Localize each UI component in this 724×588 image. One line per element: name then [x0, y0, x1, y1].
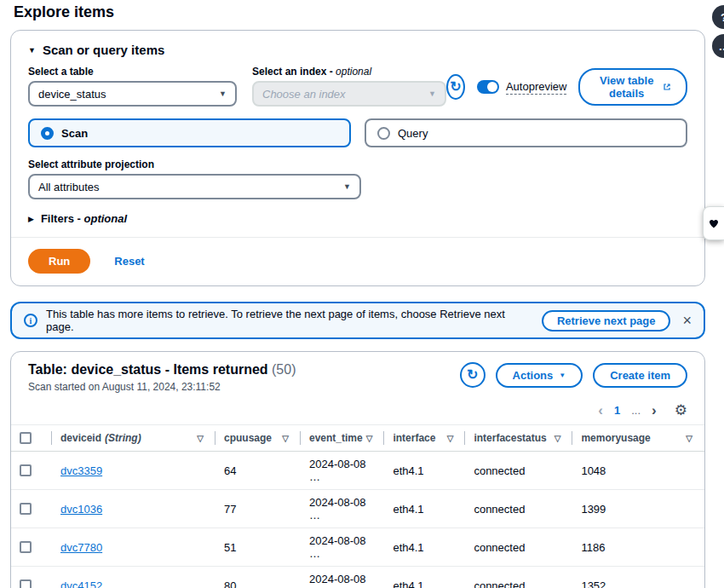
row-checkbox[interactable] — [20, 464, 32, 476]
refresh-results-button[interactable]: ↻ — [460, 362, 486, 388]
optional-text: optional — [336, 66, 371, 78]
banner-message: This table has more items to retrieve. T… — [46, 308, 533, 333]
side-panel-icon — [707, 217, 721, 230]
scan-query-panel-header[interactable]: ▼ Scan or query items — [28, 43, 687, 57]
table-select[interactable]: device_status ▼ — [28, 81, 237, 107]
column-header-deviceid[interactable]: deviceid(String)▽ — [52, 425, 215, 452]
table-select-value: device_status — [38, 88, 106, 101]
scan-option[interactable]: Scan — [28, 118, 351, 147]
autopreview-control: Autopreview — [477, 80, 567, 95]
column-header-cpuusage[interactable]: cpuusage▽ — [215, 425, 301, 452]
index-select-field: Select an index - optional Choose an ind… — [252, 66, 446, 107]
assistant-button[interactable]: … — [712, 34, 724, 58]
actions-button[interactable]: Actions ▼ — [496, 363, 583, 388]
previous-page-button[interactable]: ‹ — [598, 403, 603, 418]
external-link-icon — [664, 82, 670, 92]
row-checkbox[interactable] — [20, 503, 32, 515]
next-page-button[interactable]: › — [652, 403, 657, 418]
cell-cpuusage: 51 — [215, 528, 301, 567]
side-panel-toggle[interactable] — [703, 206, 724, 240]
toggle-knob — [487, 82, 497, 92]
view-table-details-button[interactable]: View table details — [578, 68, 687, 106]
query-option[interactable]: Query — [365, 118, 687, 147]
items-count: (50) — [272, 362, 296, 377]
index-select-label: Select an index - optional — [252, 66, 446, 78]
table-select-field: Select a table device_status ▼ — [28, 66, 237, 107]
cell-cpuusage: 77 — [215, 490, 301, 528]
refresh-button[interactable]: ↻ — [446, 74, 465, 100]
sort-icon[interactable]: ▽ — [447, 434, 457, 443]
panel-controls: ↻ Autopreview View table details — [446, 68, 687, 107]
run-button[interactable]: Run — [28, 249, 90, 274]
sort-icon[interactable]: ▽ — [554, 434, 565, 443]
cell-interface: eth4.1 — [384, 528, 465, 567]
table-row: dvc1036 77 2024-08-08 … eth4.1 connected… — [11, 490, 704, 528]
select-all-checkbox[interactable] — [20, 432, 32, 444]
run-row: Run Reset — [28, 238, 687, 274]
pagination: ‹ 1 ... › ⚙ — [11, 393, 704, 424]
filters-expander[interactable]: ▶ Filters - optional — [28, 212, 687, 225]
column-header-event-time[interactable]: event_time▽ — [301, 425, 384, 452]
results-panel: Table: device_status - Items returned (5… — [10, 351, 705, 588]
cell-interfacestatus: connected — [465, 490, 572, 528]
reset-button[interactable]: Reset — [114, 255, 144, 268]
item-link[interactable]: dvc1036 — [60, 503, 102, 516]
cell-interface: eth4.1 — [384, 452, 465, 490]
table-row: dvc7780 51 2024-08-08 … eth4.1 connected… — [11, 528, 704, 567]
collapse-icon: ▼ — [28, 46, 36, 55]
attribute-projection-select[interactable]: All attributes ▼ — [28, 174, 361, 199]
page-number[interactable]: 1 — [614, 404, 620, 417]
gear-icon[interactable]: ⚙ — [675, 403, 687, 418]
cell-interface: eth4.1 — [384, 567, 465, 588]
results-title-block: Table: device_status - Items returned (5… — [28, 362, 296, 393]
create-item-button[interactable]: Create item — [593, 363, 687, 388]
sort-icon[interactable]: ▽ — [197, 434, 207, 443]
column-header-interface[interactable]: interface▽ — [384, 425, 465, 452]
chevron-down-icon: ▼ — [428, 89, 436, 98]
explore-items-page: Explore items ? … ▼ Scan or query items … — [0, 3, 724, 588]
item-link[interactable]: dvc3359 — [60, 464, 102, 477]
radio-selected-icon — [41, 127, 54, 140]
page-ellipsis: ... — [631, 404, 641, 417]
close-icon[interactable]: × — [682, 313, 692, 328]
info-icon: i — [24, 314, 37, 327]
cell-memoryusage: 1048 — [572, 452, 704, 490]
column-header-interfacestatus[interactable]: interfacestatus▽ — [465, 425, 572, 452]
table-row: dvc4152 80 2024-08-08 … eth4.1 connected… — [11, 567, 704, 588]
table-select-label: Select a table — [28, 66, 237, 78]
cell-interface: eth4.1 — [384, 490, 465, 528]
row-checkbox[interactable] — [20, 579, 32, 588]
autopreview-label: Autopreview — [506, 80, 567, 95]
cell-memoryusage: 1352 — [572, 567, 704, 588]
sort-icon[interactable]: ▽ — [686, 434, 696, 443]
autopreview-toggle[interactable] — [477, 80, 499, 94]
page-title: Explore items — [14, 3, 724, 21]
cell-cpuusage: 64 — [215, 452, 301, 490]
scan-option-label: Scan — [61, 127, 88, 140]
projection-value: All attributes — [38, 181, 100, 193]
index-select-placeholder: Choose an index — [262, 88, 346, 101]
results-controls: ↻ Actions ▼ Create item — [460, 362, 687, 388]
info-banner: i This table has more items to retrieve.… — [10, 302, 705, 339]
item-link[interactable]: dvc7780 — [60, 541, 102, 554]
cell-memoryusage: 1399 — [572, 490, 704, 528]
sort-icon[interactable]: ▽ — [282, 434, 292, 443]
sort-icon[interactable]: ▽ — [366, 434, 376, 443]
scan-timestamp: Scan started on August 11, 2024, 23:11:5… — [28, 381, 296, 393]
projection-label: Select attribute projection — [28, 159, 687, 170]
cell-event-time: 2024-08-08 … — [301, 528, 384, 567]
refresh-icon: ↻ — [467, 368, 478, 382]
refresh-icon: ↻ — [450, 80, 461, 94]
item-link[interactable]: dvc4152 — [60, 579, 102, 588]
retrieve-next-page-button[interactable]: Retrieve next page — [542, 310, 671, 331]
cell-memoryusage: 1186 — [572, 528, 704, 567]
items-table: deviceid(String)▽ cpuusage▽ event_time▽ … — [11, 424, 704, 588]
select-all-header — [11, 425, 52, 452]
cell-interfacestatus: connected — [465, 528, 572, 567]
column-header-memoryusage[interactable]: memoryusage▽ — [572, 425, 704, 452]
chevron-down-icon: ▼ — [559, 372, 566, 379]
row-checkbox[interactable] — [20, 541, 32, 553]
table-row: dvc3359 64 2024-08-08 … eth4.1 connected… — [11, 452, 704, 490]
table-header-row: deviceid(String)▽ cpuusage▽ event_time▽ … — [11, 425, 704, 452]
chat-icon: … — [719, 40, 724, 53]
